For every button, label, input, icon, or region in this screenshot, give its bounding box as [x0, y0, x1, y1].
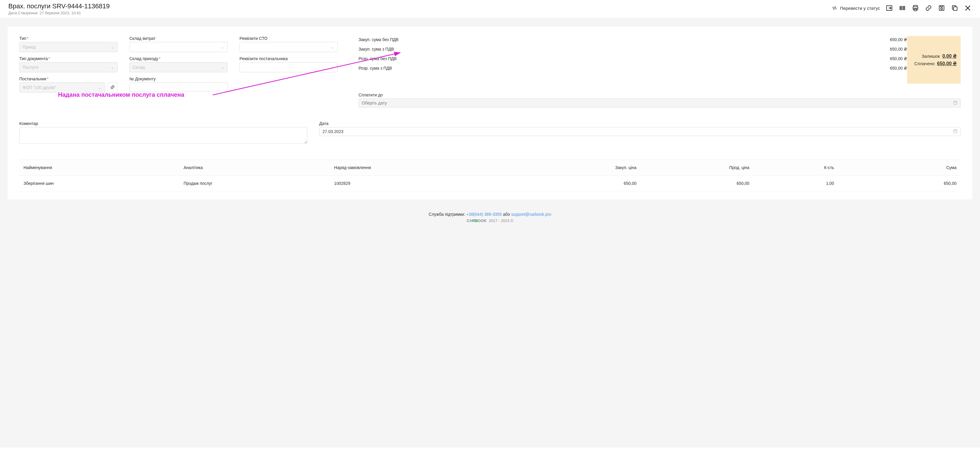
expense-wh-label: Склад витрат: [129, 36, 228, 41]
chevron-down-icon: ⌄: [221, 45, 224, 49]
type-select[interactable]: Прихід ⌄: [19, 42, 118, 52]
date-field: Дата: [319, 121, 961, 136]
td-buy: 650,00: [509, 176, 641, 191]
td-name: Зберігання шин: [19, 176, 180, 191]
page-title: Врах. послуги SRV-9444-1136819: [8, 2, 110, 10]
doc-no-label: № Документу: [129, 77, 228, 81]
chevron-down-icon: ⌄: [221, 65, 224, 70]
th-sell: Прод. ціна: [641, 160, 754, 176]
header-bar: Врах. послуги SRV-9444-1136819 Дата Ство…: [0, 0, 980, 18]
th-order: Наряд-замовлення: [330, 160, 509, 176]
items-table-wrap: Найменування Аналітика Наряд-замовлення …: [19, 160, 961, 191]
link-icon[interactable]: [925, 4, 932, 12]
svg-rect-8: [954, 101, 957, 104]
supplier-link-button[interactable]: [107, 83, 118, 93]
print-icon[interactable]: [912, 4, 919, 12]
footer-or: або: [503, 212, 510, 217]
type-label: Тип*: [19, 36, 118, 41]
svg-point-5: [941, 8, 942, 10]
th-name: Найменування: [19, 160, 180, 176]
comment-input[interactable]: [19, 127, 307, 144]
support-phone[interactable]: +38(044) 389-3355: [466, 212, 502, 217]
sums-column: Закуп. сума без ПДВ 650,00 ₴ Закуп. сума…: [358, 36, 961, 110]
form-grid: Тип* Прихід ⌄ Тип документа* Послуги ⌄ П…: [19, 36, 961, 110]
sto-req-select[interactable]: ⌄: [240, 42, 338, 52]
brand-line: CARBOOK 2017 - 2023 ©: [7, 219, 973, 223]
td-order: 1002829: [330, 176, 509, 191]
save-icon[interactable]: [938, 4, 945, 12]
income-wh-label: Склад приходу*: [129, 56, 228, 61]
doc-type-select[interactable]: Послуги ⌄: [19, 62, 118, 72]
td-sum: 650,00: [838, 176, 961, 191]
swap-icon: [832, 5, 837, 11]
date-label: Дата: [319, 121, 961, 126]
income-wh-select[interactable]: Склад ⌄: [129, 62, 228, 72]
doc-type-label: Тип документа*: [19, 56, 118, 61]
link-icon: [110, 85, 115, 91]
supplier-label: Постачальник*: [19, 77, 118, 81]
sum-row: Розр. сума з ПДВ 650,00 ₴: [358, 66, 907, 70]
th-buy: Закуп. ціна: [509, 160, 641, 176]
support-email[interactable]: support@carbook.pro: [511, 212, 551, 217]
toolbar: Перевести у статус: [832, 2, 972, 12]
sum-row: Закуп. сума без ПДВ 650,00 ₴: [358, 37, 907, 42]
td-sell: 650,00: [641, 176, 754, 191]
th-qty: К-сть: [754, 160, 838, 176]
supplier-req-select[interactable]: ⌄: [240, 62, 338, 72]
table-header-row: Найменування Аналітика Наряд-замовлення …: [19, 160, 961, 176]
change-status-label: Перевести у статус: [840, 6, 880, 11]
comment-label: Коментар: [19, 121, 307, 126]
sto-req-label: Реквізити СТО: [240, 36, 338, 41]
page-body: Надана постачальником послуга сплачена Т…: [0, 18, 980, 448]
chevron-down-icon: ⌄: [331, 45, 334, 49]
items-table: Найменування Аналітика Наряд-замовлення …: [19, 160, 961, 191]
copy-icon[interactable]: [951, 4, 959, 12]
chevron-down-icon: ⌄: [111, 45, 114, 49]
export-icon[interactable]: [885, 4, 893, 12]
expense-wh-select[interactable]: ⌄: [129, 42, 228, 52]
pay-by-input[interactable]: [358, 99, 961, 107]
th-analytics: Аналітика: [180, 160, 330, 176]
main-card: Надана постачальником послуга сплачена Т…: [7, 26, 973, 200]
supplier-req-label: Реквізити постачальника: [240, 56, 338, 61]
sum-list: Закуп. сума без ПДВ 650,00 ₴ Закуп. сума…: [358, 36, 907, 70]
support-label: Служба підтримки:: [429, 212, 465, 217]
comment-date-row: Коментар Дата: [19, 121, 961, 148]
svg-rect-6: [953, 7, 957, 10]
th-sum: Сума: [838, 160, 961, 176]
td-qty: 1,00: [754, 176, 838, 191]
chevron-down-icon: ⌄: [331, 65, 334, 70]
page-subtitle: Дата Створення: 27 березня 2023, 10:41: [8, 11, 110, 15]
form-col-3: Реквізити СТО ⌄ Реквізити постачальника …: [240, 36, 338, 75]
sum-row: Закуп. сума з ПДВ 650,00 ₴: [358, 47, 907, 51]
form-col-2: Склад витрат ⌄ Склад приходу* Склад ⌄ № …: [129, 36, 228, 94]
calendar-icon: [953, 100, 958, 106]
barcode-icon[interactable]: [899, 4, 906, 12]
doc-no-input[interactable]: [129, 83, 228, 91]
change-status-button[interactable]: Перевести у статус: [832, 5, 880, 11]
form-col-1: Тип* Прихід ⌄ Тип документа* Послуги ⌄ П…: [19, 36, 118, 96]
svg-rect-9: [954, 130, 957, 133]
date-input[interactable]: [319, 127, 961, 136]
sum-row: Розр. сума без ПДВ 650,00 ₴: [358, 56, 907, 61]
table-row[interactable]: Зберігання шин Продаж послуг 1002829 650…: [19, 176, 961, 191]
chevron-down-icon: ⌄: [111, 65, 114, 70]
pay-by-label: Сплатити до: [358, 93, 961, 97]
footer: Служба підтримки: +38(044) 389-3355 або …: [7, 212, 973, 223]
remaining-row: Залишок 0,00 ₴: [911, 53, 956, 59]
td-analytics: Продаж послуг: [180, 176, 330, 191]
close-icon[interactable]: [964, 4, 972, 12]
payment-highlight: Залишок 0,00 ₴ Сплачено 650,00 ₴: [907, 36, 961, 84]
calendar-icon: [953, 129, 958, 134]
title-block: Врах. послуги SRV-9444-1136819 Дата Ство…: [8, 2, 110, 15]
comment-field: Коментар: [19, 121, 307, 145]
supplier-select[interactable]: ФОП "100 друзів" ⌄: [19, 83, 105, 93]
paid-row: Сплачено 650,00 ₴: [911, 61, 956, 66]
chevron-down-icon: ⌄: [98, 85, 102, 90]
